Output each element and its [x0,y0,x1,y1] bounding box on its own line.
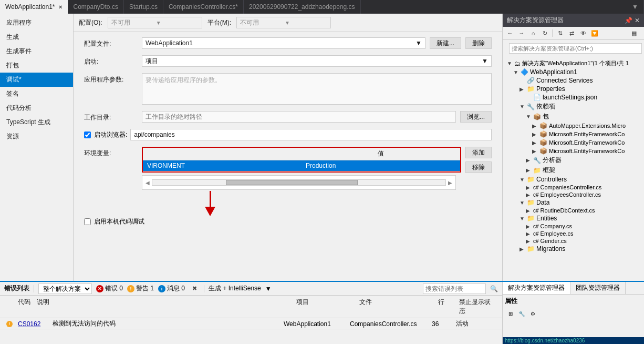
tree-ef3[interactable]: ▶ 📦 Microsoft.EntityFrameworkCo [503,147,644,155]
browser-checkbox[interactable] [84,131,91,138]
scroll-left-arrow[interactable]: ◀ [144,180,151,186]
project-label: WebApplication1 [530,68,577,76]
tree-packages[interactable]: ▼ 📦 包 [503,112,644,122]
browser-label: 启动浏览器: [94,130,127,139]
col-code[interactable]: 代码 [15,297,34,317]
error-filter-select[interactable]: 整个解决方案 [38,284,92,294]
prop-sort-btn[interactable]: 🔧 [517,309,526,318]
build-label: 生成 + IntelliSense [209,284,261,293]
tree-frameworks[interactable]: ▶ 📁 框架 [503,165,644,175]
col-file[interactable]: 文件 [356,297,435,317]
search-errors-input[interactable] [423,284,486,294]
tree-properties[interactable]: ▶ 📁 Properties [503,85,644,93]
sidebar-item-code-analysis[interactable]: 代码分析 [0,101,73,115]
tree-employee[interactable]: ▶ c# Employee.cs [503,230,644,237]
browse-button[interactable]: 浏览... [460,111,492,123]
sidebar-item-signing[interactable]: 签名 [0,87,73,101]
close-panel-icon[interactable]: ✕ [635,17,640,24]
tree-ef2[interactable]: ▶ 📦 Microsoft.EntityFrameworkCo [503,138,644,147]
build-arrow-icon[interactable]: ▼ [265,285,272,292]
browser-input[interactable] [130,129,492,140]
tab-webapp-close[interactable]: ✕ [58,4,63,10]
show-all-btn[interactable]: 👁 [578,28,588,38]
tree-data[interactable]: ▼ 📁 Data [503,198,644,207]
sidebar-item-typescript[interactable]: TypeScript 生成 [0,115,73,129]
sidebar-item-resources[interactable]: 资源 [0,129,73,144]
startup-select[interactable]: 项目 ▼ [142,55,492,67]
tree-dbcontext[interactable]: ▶ c# RoutineDbContext.cs [503,207,644,214]
delete-button[interactable]: 删除 [465,37,492,49]
error-badge[interactable]: ✕ 错误 0 [96,284,123,293]
config-select[interactable]: 不可用 ▼ [108,17,202,28]
col-project[interactable]: 项目 [293,297,356,317]
config-file-select[interactable]: WebApplication1 ▼ [142,37,425,49]
tab-controller[interactable]: CompaniesController.cs* [163,0,244,14]
prop-more-btn[interactable]: ⚙ [528,309,537,318]
error-row-0[interactable]: ! CS0162 检测到无法访问的代码 WebApplication1 Comp… [0,318,502,330]
sync-btn[interactable]: ⇄ [566,28,577,38]
sidebar-item-package[interactable]: 打包 [0,58,73,73]
sidebar: 应用程序 生成 生成事件 打包 调试* 签名 代码分析 TypeScript 生… [0,14,74,281]
sidebar-item-debug[interactable]: 调试* [0,73,73,87]
tab-migration[interactable]: 20200629090722_addzhaodepeng.cs [244,0,361,14]
sidebar-item-build-events[interactable]: 生成事件 [0,44,73,58]
env-row-0[interactable]: VIRONMENT Production [143,160,460,171]
tab-companydto[interactable]: CompanyDto.cs [68,0,124,14]
home-btn[interactable]: ⌂ [528,28,538,38]
new-button[interactable]: 新建... [430,37,461,49]
tree-entities[interactable]: ▼ 📁 Entities [503,214,644,222]
add-env-button[interactable]: 添加 [465,147,492,158]
remove-env-button[interactable]: 移除 [465,161,492,173]
tree-migrations[interactable]: ▶ 📁 Migrations [503,245,644,253]
data-icon: 📁 [527,199,535,206]
sidebar-item-application[interactable]: 应用程序 [0,16,73,30]
col-desc[interactable]: 说明 [34,297,293,317]
solution-search-input[interactable] [509,43,642,54]
tab-team-explorer[interactable]: 团队资源管理器 [570,282,626,294]
warning-badge[interactable]: ! 警告 1 [127,284,154,293]
native-debug-checkbox[interactable] [84,218,91,225]
sidebar-item-build[interactable]: 生成 [0,30,73,44]
scroll-track[interactable] [152,179,446,186]
refresh-btn[interactable]: ↻ [539,28,550,38]
tab-webapp[interactable]: WebApplication1* ✕ [0,0,68,14]
clear-filter-btn[interactable]: ✖ [189,284,200,294]
more-btn[interactable]: ▦ [626,28,642,38]
tree-employees-controller[interactable]: ▶ c# EmployeesController.cs [503,191,644,198]
tab-startup[interactable]: Startup.cs [124,0,163,14]
tree-gender[interactable]: ▶ c# Gender.cs [503,237,644,245]
tree-launchsettings[interactable]: 📄 launchSettings.json [503,93,644,102]
platform-select[interactable]: 不可用 ▼ [236,17,331,28]
properties-panel: 属性 ⊞ 🔧 ⚙ [503,295,644,336]
prop-grid-btn[interactable]: ⊞ [506,309,515,318]
row-desc: 检测到无法访问的代码 [53,319,281,328]
forward-btn[interactable]: → [516,28,527,38]
search-errors-icon[interactable]: 🔍 [490,285,498,292]
col-suppress[interactable]: 禁止显示状态 [456,297,498,317]
tree-analyzers[interactable]: ▶ 🔧 分析器 [503,155,644,165]
tree-connected-services[interactable]: 🔗 Connected Services [503,76,644,85]
pending-changes-btn[interactable]: ⇅ [555,28,565,38]
dbcontext-label: RoutineDbContext.cs [541,207,595,214]
scroll-right-arrow[interactable]: ▶ [447,180,453,186]
env-scroll-area[interactable]: ◀ ▶ [142,175,456,190]
tree-company[interactable]: ▶ c# Company.cs [503,222,644,230]
col-line[interactable]: 行 [435,297,456,317]
tree-deps[interactable]: ▼ 🔧 依赖项 [503,102,644,112]
pin-icon[interactable]: 📌 [625,17,632,24]
tab-solution-explorer[interactable]: 解决方案资源管理器 [503,282,570,294]
args-textarea[interactable]: 要传递给应用程序的参数。 [142,73,492,105]
tree-solution-root[interactable]: ▼ 🗂 解决方案"WebApplication1"(1 个项目/共 1 [503,59,644,68]
back-btn[interactable]: ← [505,28,515,38]
tree-controllers[interactable]: ▼ 📁 Controllers [503,175,644,184]
tree-ef1[interactable]: ▶ 📦 Microsoft.EntityFrameworkCo [503,130,644,138]
workdir-input[interactable] [142,111,456,123]
tree-companies-controller[interactable]: ▶ c# CompaniesController.cs [503,184,644,191]
right-panel: 解决方案资源管理器 📌 ✕ ← → ⌂ ↻ ⇅ ⇄ 👁 🔽 ▦ [502,14,644,281]
tab-overflow-btn[interactable]: ▼ [627,0,644,14]
config-label: 配置(O): [79,18,102,27]
tree-project[interactable]: ▼ 🔷 WebApplication1 [503,68,644,76]
tree-automapper[interactable]: ▶ 📦 AutoMapper.Extensions.Micro [503,122,644,130]
info-badge[interactable]: i 消息 0 [158,284,185,293]
filter-btn[interactable]: 🔽 [589,28,600,38]
